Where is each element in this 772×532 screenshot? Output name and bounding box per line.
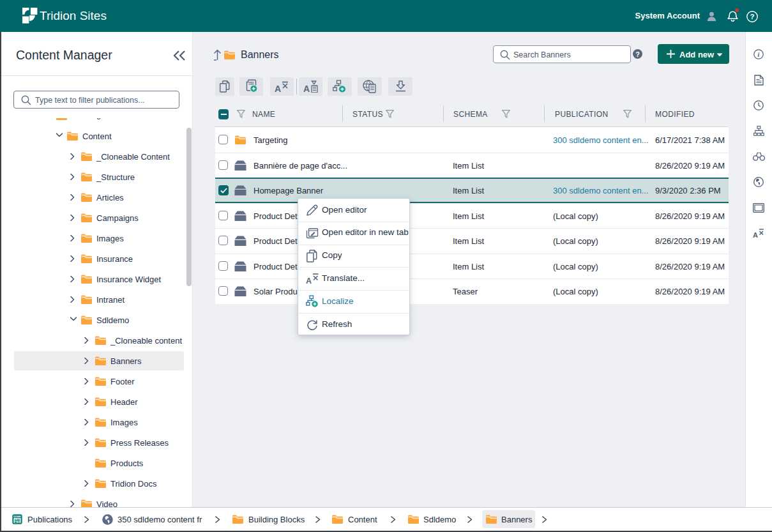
svg-text:?: ?	[750, 13, 754, 20]
svg-text:A: A	[753, 231, 758, 238]
svg-text:i: i	[758, 51, 760, 58]
svg-text:A: A	[306, 277, 312, 284]
svg-text:A: A	[303, 84, 310, 93]
svg-text:A: A	[275, 84, 281, 93]
